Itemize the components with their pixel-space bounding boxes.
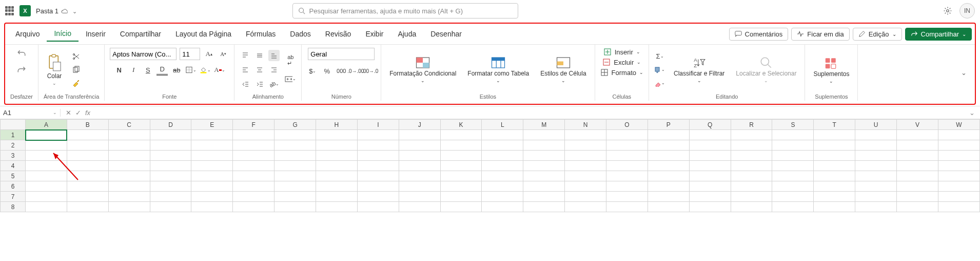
cell[interactable] xyxy=(233,171,275,181)
cell[interactable] xyxy=(731,202,772,212)
orientation-button[interactable]: ab⌄ xyxy=(268,79,280,90)
cell[interactable] xyxy=(938,202,979,212)
cell[interactable] xyxy=(855,130,897,140)
column-header[interactable]: A xyxy=(26,120,67,130)
cell[interactable] xyxy=(440,151,482,161)
tab-inicio[interactable]: Início xyxy=(47,26,78,42)
cell[interactable] xyxy=(772,161,814,171)
cell[interactable] xyxy=(108,202,150,212)
cell[interactable] xyxy=(150,151,191,161)
cell[interactable] xyxy=(357,130,399,140)
cell-styles-button[interactable]: Estilos de Célula⌄ xyxy=(537,55,589,84)
cell[interactable] xyxy=(648,171,689,181)
cell[interactable] xyxy=(689,130,731,140)
column-header[interactable]: L xyxy=(482,120,523,130)
cell[interactable] xyxy=(26,140,67,151)
avatar[interactable]: IN xyxy=(959,3,975,18)
cell[interactable] xyxy=(316,202,358,212)
increase-indent-button[interactable] xyxy=(254,79,265,90)
cell[interactable] xyxy=(606,140,648,151)
column-header[interactable]: M xyxy=(523,120,565,130)
cell[interactable] xyxy=(897,171,938,181)
cell[interactable] xyxy=(108,161,150,171)
number-format-select[interactable] xyxy=(308,48,375,60)
undo-button[interactable] xyxy=(16,48,27,59)
cell[interactable] xyxy=(814,161,855,171)
cell[interactable] xyxy=(440,181,482,192)
cell[interactable] xyxy=(482,202,523,212)
cell[interactable] xyxy=(689,161,731,171)
borders-button[interactable]: ⌄ xyxy=(185,64,197,76)
cell[interactable] xyxy=(731,140,772,151)
cell[interactable] xyxy=(855,192,897,202)
cell[interactable] xyxy=(938,192,979,202)
cell[interactable] xyxy=(357,202,399,212)
cell[interactable] xyxy=(689,171,731,181)
cell[interactable] xyxy=(482,140,523,151)
cell[interactable] xyxy=(565,202,606,212)
cell[interactable] xyxy=(897,151,938,161)
tab-desenhar[interactable]: Desenhar xyxy=(423,27,469,41)
row-header[interactable]: 4 xyxy=(1,161,26,171)
cell[interactable] xyxy=(150,192,191,202)
column-header[interactable]: S xyxy=(772,120,814,130)
clear-button[interactable]: ⌄ xyxy=(654,78,665,89)
decrease-decimal-button[interactable]: .00→.0 xyxy=(364,65,376,77)
cell[interactable] xyxy=(565,161,606,171)
cell[interactable] xyxy=(731,171,772,181)
autosum-button[interactable]: Σ ⌄ xyxy=(654,51,665,62)
cell[interactable] xyxy=(26,161,67,171)
cell[interactable] xyxy=(731,192,772,202)
font-name-select[interactable] xyxy=(110,48,177,60)
cell[interactable] xyxy=(814,171,855,181)
cell[interactable] xyxy=(606,171,648,181)
column-header[interactable]: B xyxy=(67,120,108,130)
cell[interactable] xyxy=(689,151,731,161)
cell[interactable] xyxy=(689,181,731,192)
cell[interactable] xyxy=(855,140,897,151)
cell[interactable] xyxy=(482,130,523,140)
align-right-button[interactable] xyxy=(268,64,280,76)
cell[interactable] xyxy=(897,202,938,212)
cell[interactable] xyxy=(648,151,689,161)
tab-inserir[interactable]: Inserir xyxy=(79,27,113,41)
cell[interactable] xyxy=(482,181,523,192)
column-header[interactable]: H xyxy=(316,120,358,130)
cell[interactable] xyxy=(399,202,440,212)
cell[interactable] xyxy=(191,202,233,212)
cell[interactable] xyxy=(316,130,358,140)
cell[interactable] xyxy=(772,171,814,181)
cell[interactable] xyxy=(938,161,979,171)
cell[interactable] xyxy=(440,140,482,151)
cell[interactable] xyxy=(482,161,523,171)
cut-button[interactable] xyxy=(70,51,82,62)
cell[interactable] xyxy=(150,161,191,171)
cell[interactable] xyxy=(606,192,648,202)
cell[interactable] xyxy=(26,151,67,161)
cell[interactable] xyxy=(357,161,399,171)
cell[interactable] xyxy=(191,192,233,202)
cell[interactable] xyxy=(275,161,316,171)
cell[interactable] xyxy=(938,151,979,161)
tab-formulas[interactable]: Fórmulas xyxy=(239,27,283,41)
cell[interactable] xyxy=(938,181,979,192)
cell[interactable] xyxy=(399,192,440,202)
column-header[interactable]: O xyxy=(606,120,648,130)
cell[interactable] xyxy=(606,202,648,212)
cell[interactable] xyxy=(938,130,979,140)
cell[interactable] xyxy=(772,192,814,202)
format-painter-button[interactable] xyxy=(70,78,82,89)
cell[interactable] xyxy=(440,130,482,140)
cell[interactable] xyxy=(316,161,358,171)
cell[interactable] xyxy=(316,171,358,181)
sort-filter-button[interactable]: AZ Classificar e Filtrar⌄ xyxy=(671,55,728,84)
column-header[interactable]: W xyxy=(938,120,979,130)
percent-button[interactable]: % xyxy=(321,65,332,77)
tab-arquivo[interactable]: Arquivo xyxy=(8,27,47,41)
cell[interactable] xyxy=(648,192,689,202)
cell[interactable] xyxy=(233,181,275,192)
cell[interactable] xyxy=(565,181,606,192)
grow-font-button[interactable]: A▴ xyxy=(203,48,214,60)
share-button[interactable]: Compartilhar ⌄ xyxy=(905,28,972,41)
addins-button[interactable]: Suplementos⌄ xyxy=(810,55,852,85)
